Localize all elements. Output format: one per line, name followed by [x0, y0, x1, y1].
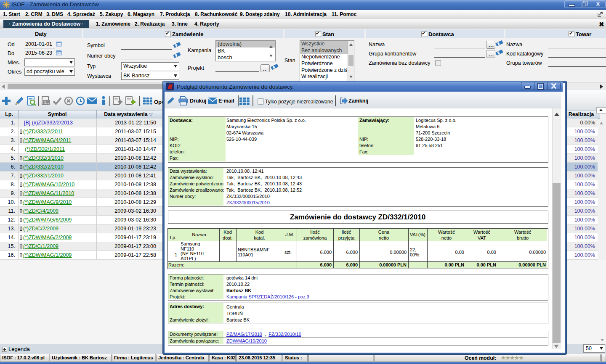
svg-text:Opcje: Opcje — [154, 99, 162, 105]
